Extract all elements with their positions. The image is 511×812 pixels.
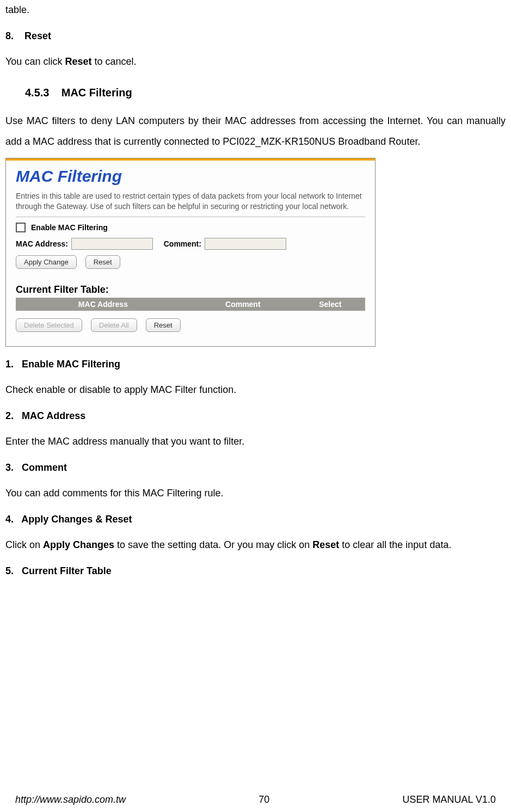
item-2-label: MAC Address xyxy=(22,410,85,421)
mac-address-label: MAC Address: xyxy=(16,239,68,248)
item-4-desc-mid: to save the setting data. Or you may cli… xyxy=(114,539,312,550)
section-number: 4.5.3 xyxy=(25,87,49,99)
embedded-screenshot: MAC Filtering Entries in this table are … xyxy=(5,158,375,347)
item-8-desc-pre: You can click xyxy=(5,56,65,67)
screenshot-title: MAC Filtering xyxy=(16,167,365,186)
delete-all-button[interactable]: Delete All xyxy=(91,318,137,332)
screenshot-blurb: Entries in this table are used to restri… xyxy=(16,191,365,212)
footer-page-number: 70 xyxy=(258,794,269,805)
item-4-desc: Click on Apply Changes to save the setti… xyxy=(5,535,506,555)
item-8-desc-bold: Reset xyxy=(65,56,91,67)
item-2-desc: Enter the MAC address manually that you … xyxy=(5,432,506,451)
item-5-number: 5. xyxy=(5,565,14,576)
item-2-number: 2. xyxy=(5,410,14,421)
item-3-heading: 3. Comment xyxy=(5,462,506,473)
item-8-heading: 8. Reset xyxy=(5,30,506,42)
item-4-desc-b1: Apply Changes xyxy=(43,539,114,550)
footer-version: USER MANUAL V1.0 xyxy=(403,794,496,805)
item-1-desc: Check enable or disable to apply MAC Fil… xyxy=(5,380,506,399)
mac-address-input[interactable] xyxy=(71,238,153,250)
filter-table-title: Current Filter Table: xyxy=(16,284,365,296)
footer-url: http://www.sapido.com.tw xyxy=(15,794,126,805)
enable-mac-checkbox[interactable] xyxy=(16,223,26,232)
comment-input[interactable] xyxy=(205,238,286,250)
col-mac-address: MAC Address xyxy=(16,298,190,311)
item-1-number: 1. xyxy=(5,359,14,370)
item-8-desc: You can click Reset to cancel. xyxy=(5,52,506,71)
divider xyxy=(16,217,365,217)
item-1-label: Enable MAC Filtering xyxy=(22,359,120,370)
apply-change-button[interactable]: Apply Change xyxy=(16,255,77,269)
enable-mac-label: Enable MAC Filtering xyxy=(31,223,108,232)
item-5-label: Current Filter Table xyxy=(22,565,112,576)
reset-button-2[interactable]: Reset xyxy=(146,318,181,332)
section-4-5-3-heading: 4.5.3 MAC Filtering xyxy=(25,87,506,99)
item-3-number: 3. xyxy=(5,462,14,473)
item-1-heading: 1. Enable MAC Filtering xyxy=(5,359,506,370)
section-intro: Use MAC filters to deny LAN computers by… xyxy=(5,111,506,152)
item-4-label: Apply Changes & Reset xyxy=(21,514,132,525)
item-4-desc-post: to clear all the input data. xyxy=(339,539,451,550)
section-title: MAC Filtering xyxy=(61,87,132,99)
item-2-heading: 2. MAC Address xyxy=(5,410,506,422)
item-8-desc-post: to cancel. xyxy=(91,56,136,67)
item-3-label: Comment xyxy=(22,462,67,473)
filter-table-header: MAC Address Comment Select xyxy=(16,298,365,311)
item-8-number: 8. xyxy=(5,30,14,41)
enable-row: Enable MAC Filtering xyxy=(16,223,365,232)
text-fragment-table: table. xyxy=(5,0,506,20)
col-comment: Comment xyxy=(190,298,295,311)
item-8-label: Reset xyxy=(24,30,51,41)
col-select: Select xyxy=(295,298,365,311)
reset-button[interactable]: Reset xyxy=(85,255,120,269)
delete-selected-button[interactable]: Delete Selected xyxy=(16,318,82,332)
item-4-desc-pre: Click on xyxy=(5,539,43,550)
item-4-number: 4. xyxy=(5,514,14,525)
item-5-heading: 5. Current Filter Table xyxy=(5,565,506,577)
item-4-heading: 4. Apply Changes & Reset xyxy=(5,514,506,525)
address-row: MAC Address: Comment: xyxy=(16,238,365,250)
page-footer: http://www.sapido.com.tw 70 USER MANUAL … xyxy=(0,794,511,805)
item-4-desc-b2: Reset xyxy=(312,539,339,550)
item-3-desc: You can add comments for this MAC Filter… xyxy=(5,483,506,503)
comment-label: Comment: xyxy=(164,239,201,248)
